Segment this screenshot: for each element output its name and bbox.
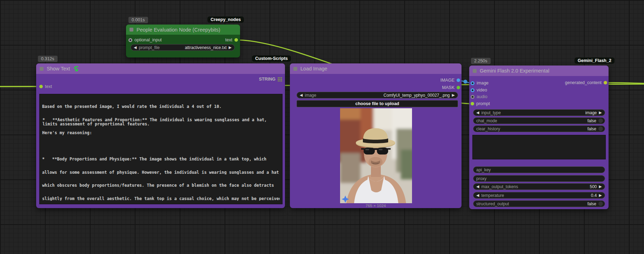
port-label: IMAGE <box>440 78 454 83</box>
port-audio-input[interactable]: audio <box>471 94 487 100</box>
widget-value: attractiveness_nice.txt <box>185 45 227 50</box>
show-text-output-area[interactable]: Based on the presented image, I would ra… <box>39 94 283 204</box>
combo-right-arrow-icon[interactable]: ▶ <box>599 185 602 188</box>
node-category-badge: Gemini_Flash_2 <box>575 57 615 64</box>
input-socket-icon[interactable] <box>39 85 43 88</box>
api-key-field[interactable]: api_key <box>473 166 605 173</box>
port-mask-output[interactable]: MASK <box>442 84 460 91</box>
link-generated-content-out <box>605 83 644 83</box>
port-text-input[interactable]: text <box>39 83 52 90</box>
widget-label: max_output_tokens <box>481 184 518 189</box>
input-socket-icon[interactable] <box>471 88 474 92</box>
widget-value: image <box>585 110 597 115</box>
portrait-photo <box>340 108 412 203</box>
text-line: Here's my reasoning: <box>42 131 280 135</box>
port-label: text <box>45 84 52 89</box>
input-socket-icon[interactable] <box>471 81 474 85</box>
node-gemini-titlebar[interactable]: Gemini Flash 2.0 Experimental <box>469 66 609 76</box>
text-line: slightly from the overall aesthetic. The… <box>42 197 280 201</box>
output-socket-icon[interactable] <box>457 86 460 89</box>
temperature-stepper[interactable]: ◀ temperature 0.4 ▶ <box>473 192 605 199</box>
widget-label: chat_mode <box>476 118 497 123</box>
combo-right-arrow-icon[interactable]: ▶ <box>599 111 602 115</box>
node-graph-canvas[interactable]: 0.001s Creepy_nodes People Evaluation No… <box>0 0 644 254</box>
port-image-output[interactable]: IMAGE <box>440 77 460 83</box>
collapse-toggle-icon[interactable] <box>130 28 133 32</box>
multi-connection-grid-icon[interactable] <box>278 77 282 82</box>
collapse-toggle-icon[interactable] <box>293 67 297 71</box>
input-socket-icon[interactable] <box>471 95 474 99</box>
combo-left-arrow-icon[interactable]: ◀ <box>476 193 479 197</box>
port-label: video <box>477 88 487 92</box>
node-people-evaluation[interactable]: People Evaluation Node (Creepybits) opti… <box>126 25 240 57</box>
node-show-text-titlebar[interactable]: Show Text <box>36 63 285 74</box>
text-line <box>42 144 280 149</box>
port-optional-input[interactable]: optional_input <box>128 37 162 43</box>
text-line: Based on the presented image, I would ra… <box>42 104 280 109</box>
pysssss-snake-icon <box>73 66 79 71</box>
port-image-input[interactable]: image <box>471 80 489 86</box>
node-load-image[interactable]: Load Image IMAGE MASK ◀ image ComfyUI_te… <box>290 63 462 208</box>
node-title: Gemini Flash 2.0 Experimental <box>480 68 549 74</box>
port-string-output[interactable]: STRING <box>259 76 282 82</box>
port-label: audio <box>477 94 487 99</box>
combo-right-arrow-icon[interactable]: ▶ <box>452 93 455 97</box>
overlapped-text-line: * **Aesthetic Features and Proportion:**… <box>42 118 280 122</box>
port-text-output[interactable]: text <box>225 37 238 43</box>
proxy-field[interactable]: proxy <box>473 175 605 182</box>
overlapped-text-line: limits assessment of proportional featur… <box>42 122 280 126</box>
chat-mode-toggle[interactable]: chat_mode false <box>473 117 605 124</box>
node-gemini-flash[interactable]: Gemini Flash 2.0 Experimental image vide… <box>469 66 609 209</box>
combo-left-arrow-icon[interactable]: ◀ <box>476 185 479 188</box>
clear-history-toggle[interactable]: clear_history false <box>473 125 605 132</box>
input-socket-icon[interactable] <box>471 102 474 105</box>
widget-value: false <box>587 201 596 206</box>
port-prompt-input[interactable]: prompt <box>471 101 490 107</box>
execution-time-badge: 0.001s <box>128 17 148 23</box>
node-load-image-titlebar[interactable]: Load Image <box>290 63 462 74</box>
widget-label: temperature <box>481 193 504 198</box>
image-file-combo[interactable]: ◀ image ComfyUI_temp_yphyo_00027_.png ▶ <box>297 92 458 98</box>
input-socket-icon[interactable] <box>128 38 132 42</box>
combo-right-arrow-icon[interactable]: ▶ <box>229 46 232 49</box>
combo-left-arrow-icon[interactable]: ◀ <box>476 111 479 115</box>
widget-label: image <box>305 93 316 98</box>
widget-label: clear_history <box>476 126 500 131</box>
node-category-badge: Creepy_nodes <box>207 16 244 23</box>
output-socket-icon[interactable] <box>457 78 460 82</box>
choose-file-button[interactable]: choose file to upload <box>297 100 458 107</box>
combo-left-arrow-icon[interactable]: ◀ <box>300 93 303 97</box>
port-video-input[interactable]: video <box>471 87 487 93</box>
max-output-tokens-stepper[interactable]: ◀ max_output_tokens 500 ▶ <box>473 183 605 190</box>
node-title: Show Text <box>47 66 70 71</box>
input-type-combo[interactable]: ◀ input_type image ▶ <box>473 109 605 116</box>
toggle-knob-icon[interactable] <box>598 118 603 123</box>
execution-time-badge: 2.250s <box>471 58 491 64</box>
combo-left-arrow-icon[interactable]: ◀ <box>134 46 137 49</box>
prompt-textarea[interactable] <box>472 135 606 159</box>
image-dimensions-label: 765 × 1024 <box>290 204 462 208</box>
collapse-toggle-icon[interactable] <box>40 67 44 71</box>
node-people-evaluation-titlebar[interactable]: People Evaluation Node (Creepybits) <box>126 25 240 35</box>
port-label: text <box>225 37 232 42</box>
output-socket-icon[interactable] <box>234 38 238 42</box>
execution-time-badge: 0.312s <box>38 56 58 62</box>
combo-right-arrow-icon[interactable]: ▶ <box>599 193 602 197</box>
structured-output-toggle[interactable]: structured_output false <box>473 200 605 207</box>
port-label: image <box>477 81 489 85</box>
node-title: Load Image <box>300 66 327 71</box>
toggle-knob-icon[interactable] <box>598 201 603 206</box>
node-show-text[interactable]: Show Text STRING text Based on the prese… <box>36 63 285 208</box>
text-line: * **Body Proportions and Physique:** The… <box>42 157 280 162</box>
toggle-knob-icon[interactable] <box>598 126 603 131</box>
image-preview[interactable] <box>340 108 412 203</box>
collapse-toggle-icon[interactable] <box>473 69 477 73</box>
port-generated-content-output[interactable]: generated_content <box>565 80 607 86</box>
widget-value: 0.4 <box>591 193 597 198</box>
prompt-file-combo[interactable]: ◀ prompt_file attractiveness_nice.txt ▶ <box>131 44 235 51</box>
widget-label: input_type <box>481 110 500 115</box>
widget-label: prompt_file <box>139 45 159 50</box>
output-socket-icon[interactable] <box>604 81 607 84</box>
port-label: STRING <box>259 77 275 82</box>
widget-value: 500 <box>590 184 597 189</box>
